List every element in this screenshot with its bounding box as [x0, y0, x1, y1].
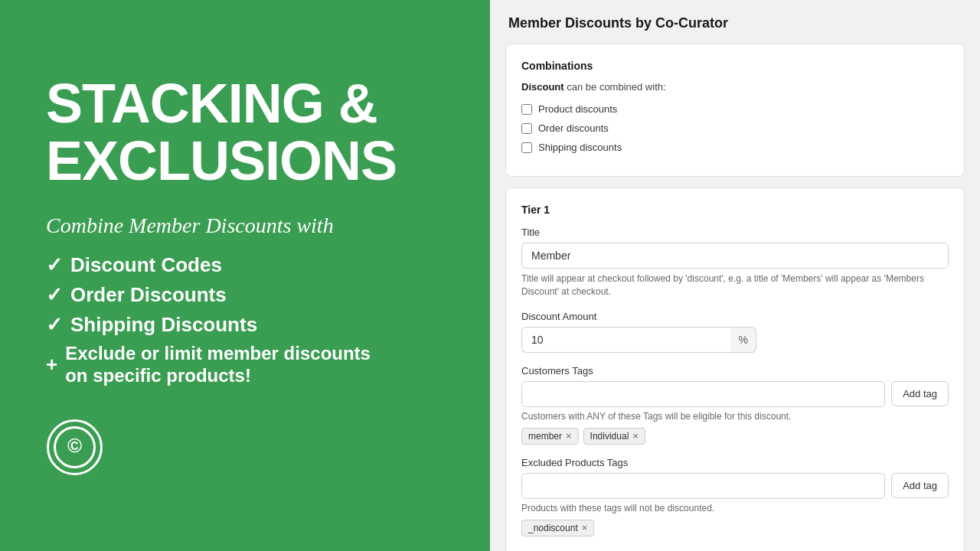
- discount-amount-group: Discount Amount %: [521, 311, 949, 353]
- feature-text: Discount Codes: [70, 253, 222, 277]
- tag-individual: Individual ×: [583, 428, 645, 445]
- list-item: ✓ Discount Codes: [46, 253, 444, 277]
- customers-tags-label: Customers Tags: [521, 365, 949, 377]
- title-label: Title: [521, 227, 949, 238]
- discount-amount-label: Discount Amount: [521, 311, 949, 322]
- feature-list: ✓ Discount Codes ✓ Order Discounts ✓ Shi…: [46, 253, 444, 393]
- tier1-title: Tier 1: [521, 204, 949, 216]
- discount-bold: Discount: [521, 81, 564, 93]
- excluded-tags-input-row: Add tag: [521, 473, 949, 499]
- subtitle: Combine Member Discounts with: [46, 214, 444, 238]
- tag-label: Individual: [590, 431, 629, 442]
- order-discounts-checkbox-row[interactable]: Order discounts: [521, 122, 949, 134]
- svg-text:©: ©: [67, 434, 82, 457]
- headline: STACKING &EXCLUSIONS: [46, 75, 444, 191]
- tag-remove-member[interactable]: ×: [566, 431, 572, 441]
- check-icon: ✓: [46, 313, 63, 337]
- product-discounts-label: Product discounts: [538, 103, 617, 115]
- discount-amount-input[interactable]: [521, 327, 730, 353]
- tag-nodiscount: _nodiscount ×: [521, 520, 594, 536]
- title-group: Title Title will appear at checkout foll…: [521, 227, 949, 298]
- customers-tags-input[interactable]: [521, 381, 885, 407]
- order-discounts-checkbox[interactable]: [521, 123, 532, 134]
- combinations-suffix: can be combined with:: [567, 81, 665, 93]
- excluded-tags-input[interactable]: [521, 473, 885, 499]
- combinations-label: Discount can be combined with:: [521, 81, 949, 93]
- feature-text: Order Discounts: [70, 283, 227, 307]
- order-discounts-label: Order discounts: [538, 122, 609, 134]
- plus-icon: +: [46, 353, 57, 377]
- right-panel: Member Discounts by Co-Curator Combinati…: [490, 0, 980, 551]
- check-icon: ✓: [46, 253, 63, 277]
- tag-member: member ×: [521, 428, 579, 445]
- product-discounts-checkbox[interactable]: [521, 104, 532, 115]
- list-item: ✓ Order Discounts: [46, 283, 444, 307]
- list-item: + Exclude or limit member discountson sp…: [46, 343, 444, 387]
- customers-tags-add-button[interactable]: Add tag: [891, 381, 949, 406]
- excluded-tags-add-button[interactable]: Add tag: [891, 473, 949, 498]
- tag-label: _nodiscount: [528, 523, 578, 533]
- customers-tags-container: member × Individual ×: [521, 428, 949, 445]
- product-discounts-checkbox-row[interactable]: Product discounts: [521, 103, 949, 115]
- excluded-tags-hint: Products with these tags will not be dis…: [521, 503, 949, 514]
- discount-row: %: [521, 327, 756, 353]
- shipping-discounts-checkbox[interactable]: [521, 142, 532, 153]
- excluded-tags-group: Excluded Products Tags Add tag Products …: [521, 457, 949, 536]
- page-title: Member Discounts by Co-Curator: [505, 15, 965, 31]
- combinations-section-title: Combinations: [521, 60, 949, 72]
- title-hint: Title will appear at checkout followed b…: [521, 272, 949, 298]
- title-input[interactable]: [521, 243, 949, 269]
- left-panel: STACKING &EXCLUSIONS Combine Member Disc…: [0, 0, 490, 551]
- combinations-card: Combinations Discount can be combined wi…: [505, 44, 965, 177]
- customers-tags-group: Customers Tags Add tag Customers with AN…: [521, 365, 949, 445]
- excluded-tags-label: Excluded Products Tags: [521, 457, 949, 468]
- tag-remove-individual[interactable]: ×: [632, 431, 639, 441]
- discount-suffix: %: [730, 327, 756, 353]
- check-icon: ✓: [46, 283, 63, 307]
- customers-tags-hint: Customers with ANY of these Tags will be…: [521, 411, 949, 422]
- excluded-tags-container: _nodiscount ×: [521, 520, 949, 536]
- customers-tags-input-row: Add tag: [521, 381, 949, 407]
- feature-text: Shipping Discounts: [70, 313, 257, 337]
- list-item: ✓ Shipping Discounts: [46, 313, 444, 337]
- brand-logo: ©: [46, 419, 103, 476]
- tag-remove-nodiscount[interactable]: ×: [582, 523, 588, 533]
- shipping-discounts-checkbox-row[interactable]: Shipping discounts: [521, 142, 949, 153]
- tier1-card: Tier 1 Title Title will appear at checko…: [505, 187, 965, 551]
- feature-text: Exclude or limit member discountson spec…: [65, 343, 371, 387]
- shipping-discounts-label: Shipping discounts: [538, 142, 622, 153]
- tag-label: member: [528, 431, 562, 442]
